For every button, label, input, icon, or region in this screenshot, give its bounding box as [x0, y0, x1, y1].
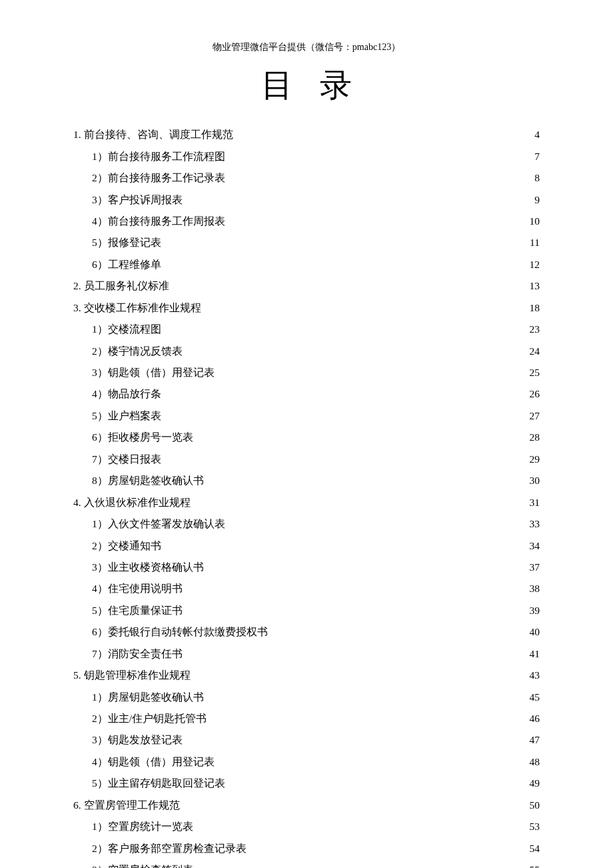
toc-page: 41 — [530, 644, 540, 663]
toc-page: 40 — [530, 622, 540, 641]
toc-page: 13 — [530, 276, 540, 295]
toc-label: 6）拒收楼房号一览表 — [92, 427, 193, 447]
toc-label: 4）物品放行条 — [92, 384, 161, 403]
toc-page: 50 — [530, 795, 540, 815]
toc-page: 7 — [534, 147, 540, 166]
page-title: 目录 — [73, 60, 540, 111]
toc-item: 5）报修登记表 11 — [73, 233, 540, 252]
toc-label: 1）交楼流程图 — [92, 319, 161, 339]
toc-item: 3）客户投诉周报表 9 — [73, 190, 540, 209]
toc-item: 3）业主收楼资格确认书37 — [73, 557, 540, 577]
toc-item: 3）钥匙领（借）用登记表25 — [73, 363, 540, 382]
toc-page: 8 — [534, 168, 540, 187]
toc-page: 29 — [530, 449, 540, 469]
toc-page: 30 — [530, 471, 540, 490]
toc-label: 6. 空置房管理工作规范 — [73, 795, 180, 815]
toc-label: 6）委托银行自动转帐付款缴费授权书 — [92, 622, 268, 641]
toc-label: 4）住宅使用说明书 — [92, 579, 183, 598]
toc-item: 1）空置房统计一览表53 — [73, 817, 540, 836]
toc-page: 33 — [530, 514, 540, 533]
toc-item: 2）客户服务部空置房检查记录表54 — [73, 839, 540, 858]
toc-item: 7）交楼日报表29 — [73, 449, 540, 469]
toc-label: 5）业主留存钥匙取回登记表 — [92, 773, 225, 793]
toc-label: 1）房屋钥匙签收确认书 — [92, 687, 204, 707]
toc-item: 1）房屋钥匙签收确认书45 — [73, 687, 540, 707]
toc-item: 6）工程维修单 12 — [73, 255, 540, 274]
toc-item: 4. 入伙退伙标准作业规程31 — [73, 493, 540, 512]
toc-label: 3. 交收楼工作标准作业规程 — [73, 298, 201, 317]
toc-label: 3）空置房检查签到表 — [92, 860, 193, 868]
toc-page: 28 — [530, 427, 540, 447]
header-note: 物业管理微信平台提供（微信号：pmabc123） — [73, 40, 540, 55]
toc-label: 3）钥匙领（借）用登记表 — [92, 363, 215, 382]
toc-label: 4. 入伙退伙标准作业规程 — [73, 493, 191, 512]
toc-page: 37 — [530, 557, 540, 577]
toc-label: 4）前台接待服务工作周报表 — [92, 211, 225, 231]
toc-item: 4）钥匙领（借）用登记表48 — [73, 752, 540, 771]
toc-item: 2）楼宇情况反馈表24 — [73, 341, 540, 361]
toc-item: 8）房屋钥匙签收确认书30 — [73, 471, 540, 490]
toc-page: 25 — [530, 363, 540, 382]
toc-label: 8）房屋钥匙签收确认书 — [92, 471, 204, 490]
toc-item: 4）住宅使用说明书38 — [73, 579, 540, 598]
toc-label: 2）楼宇情况反馈表 — [92, 341, 183, 361]
toc-item: 5）住宅质量保证书39 — [73, 601, 540, 620]
toc-item: 2）前台接待服务工作记录表 8 — [73, 168, 540, 187]
toc-label: 1. 前台接待、咨询、调度工作规范 — [73, 125, 233, 144]
toc-label: 2. 员工服务礼仪标准 — [73, 276, 169, 295]
toc-page: 45 — [530, 687, 540, 707]
toc-page: 43 — [530, 665, 540, 685]
toc-item: 4）物品放行条26 — [73, 384, 540, 403]
toc-page: 26 — [530, 384, 540, 403]
toc-page: 12 — [530, 255, 540, 274]
toc-label: 2）交楼通知书 — [92, 536, 161, 555]
toc-item: 5）业户档案表27 — [73, 406, 540, 425]
toc-label: 2）客户服务部空置房检查记录表 — [92, 839, 247, 858]
toc-item: 4）前台接待服务工作周报表 10 — [73, 211, 540, 231]
toc-page: 10 — [530, 211, 540, 231]
toc-item: 1）交楼流程图23 — [73, 319, 540, 339]
toc-page: 49 — [530, 773, 540, 793]
toc-item: 3）空置房检查签到表55 — [73, 860, 540, 868]
toc-item: 2）交楼通知书34 — [73, 536, 540, 555]
toc-page: 54 — [530, 839, 540, 858]
toc-page: 46 — [530, 709, 540, 728]
toc-item: 2. 员工服务礼仪标准13 — [73, 276, 540, 295]
toc-item: 6. 空置房管理工作规范50 — [73, 795, 540, 815]
toc-item: 1）前台接待服务工作流程图 7 — [73, 147, 540, 166]
toc-label: 5）报修登记表 — [92, 233, 161, 252]
toc-label: 4）钥匙领（借）用登记表 — [92, 752, 215, 771]
toc-label: 5. 钥匙管理标准作业规程 — [73, 665, 191, 685]
toc-label: 7）消防安全责任书 — [92, 644, 183, 663]
toc-label: 5）住宅质量保证书 — [92, 601, 183, 620]
toc-item: 1. 前台接待、咨询、调度工作规范 4 — [73, 125, 540, 144]
toc-item: 6）委托银行自动转帐付款缴费授权书40 — [73, 622, 540, 641]
toc-item: 5. 钥匙管理标准作业规程 43 — [73, 665, 540, 685]
toc-item: 5）业主留存钥匙取回登记表49 — [73, 773, 540, 793]
toc-page: 53 — [530, 817, 540, 836]
toc-item: 3. 交收楼工作标准作业规程18 — [73, 298, 540, 317]
toc-item: 7）消防安全责任书41 — [73, 644, 540, 663]
toc-label: 1）入伙文件签署发放确认表 — [92, 514, 225, 533]
toc-page: 31 — [530, 493, 540, 512]
toc-page: 27 — [530, 406, 540, 425]
toc-label: 6）工程维修单 — [92, 255, 161, 274]
toc-label: 7）交楼日报表 — [92, 449, 161, 469]
toc-label: 3）客户投诉周报表 — [92, 190, 183, 209]
toc-page: 9 — [534, 190, 540, 209]
toc-item: 3）钥匙发放登记表47 — [73, 730, 540, 749]
toc-page: 48 — [530, 752, 540, 771]
toc-label: 1）空置房统计一览表 — [92, 817, 193, 836]
toc-label: 5）业户档案表 — [92, 406, 161, 425]
toc-page: 55 — [530, 860, 540, 868]
toc-list: 1. 前台接待、咨询、调度工作规范 41）前台接待服务工作流程图 72）前台接待… — [73, 125, 540, 868]
toc-page: 24 — [530, 341, 540, 361]
toc-page: 11 — [530, 233, 540, 252]
toc-page: 39 — [530, 601, 540, 620]
toc-page: 18 — [530, 298, 540, 317]
toc-label: 3）钥匙发放登记表 — [92, 730, 183, 749]
toc-page: 23 — [530, 319, 540, 339]
toc-label: 2）业主/住户钥匙托管书 — [92, 709, 207, 728]
toc-label: 3）业主收楼资格确认书 — [92, 557, 204, 577]
toc-item: 6）拒收楼房号一览表28 — [73, 427, 540, 447]
